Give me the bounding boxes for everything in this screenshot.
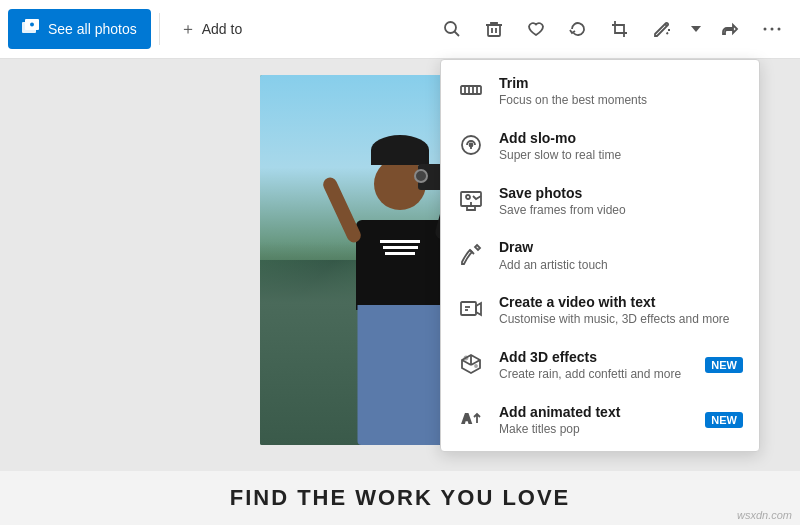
menu-item-draw[interactable]: Draw Add an artistic touch: [441, 228, 759, 283]
svg-text:A: A: [462, 411, 472, 426]
save-photos-text: Save photos Save frames from video: [499, 184, 743, 219]
svg-point-30: [475, 365, 477, 367]
dropdown-menu: Trim Focus on the best moments Add slo-m…: [440, 59, 760, 452]
svg-point-10: [764, 28, 767, 31]
shirt: [356, 220, 444, 310]
menu-item-trim[interactable]: Trim Focus on the best moments: [441, 64, 759, 119]
bottom-text-area: FIND THE WORK YOU LOVE: [0, 471, 800, 525]
edit-dropdown-button[interactable]: [684, 9, 708, 49]
video-text-icon: [457, 295, 485, 323]
person-hair: [371, 135, 429, 165]
see-all-photos-label: See all photos: [48, 21, 137, 37]
svg-point-29: [465, 356, 468, 359]
menu-item-save-photos[interactable]: Save photos Save frames from video: [441, 174, 759, 229]
plus-icon: ＋: [180, 19, 196, 40]
trim-text: Trim Focus on the best moments: [499, 74, 743, 109]
favorite-button[interactable]: [516, 9, 556, 49]
svg-point-12: [778, 28, 781, 31]
svg-line-4: [455, 32, 460, 37]
trim-subtitle: Focus on the best moments: [499, 93, 743, 109]
add-to-button[interactable]: ＋ Add to: [168, 9, 254, 49]
shirt-stripes: [375, 240, 425, 265]
edit-button-main[interactable]: [642, 9, 684, 49]
search-button[interactable]: [432, 9, 472, 49]
trim-title: Trim: [499, 74, 743, 92]
svg-point-3: [445, 22, 456, 33]
draw-icon: [457, 240, 485, 268]
add-to-label: Add to: [202, 21, 242, 37]
camera-lens: [414, 169, 428, 183]
animated-text-title: Add animated text: [499, 403, 691, 421]
svg-point-11: [771, 28, 774, 31]
trim-icon: [457, 76, 485, 104]
3d-effects-new-badge: NEW: [705, 357, 743, 373]
draw-title: Draw: [499, 238, 743, 256]
watermark: wsxdn.com: [737, 509, 792, 521]
video-text-content: Create a video with text Customise with …: [499, 293, 743, 328]
toolbar: See all photos ＋ Add to: [0, 0, 800, 59]
slo-mo-icon: [457, 131, 485, 159]
svg-rect-23: [461, 302, 476, 315]
svg-line-9: [667, 33, 669, 35]
jeans: [358, 305, 443, 445]
save-photos-icon: [457, 186, 485, 214]
slo-mo-title: Add slo-mo: [499, 129, 743, 147]
animated-text-new-badge: NEW: [705, 412, 743, 428]
save-photos-title: Save photos: [499, 184, 743, 202]
svg-line-27: [462, 360, 471, 365]
video-text-subtitle: Customise with music, 3D effects and mor…: [499, 312, 743, 328]
svg-point-19: [470, 143, 473, 146]
3d-effects-text: Add 3D effects Create rain, add confetti…: [499, 348, 691, 383]
3d-effects-icon: [457, 350, 485, 378]
animated-text-icon: A: [457, 405, 485, 433]
see-all-photos-button[interactable]: See all photos: [8, 9, 151, 49]
crop-button[interactable]: [600, 9, 640, 49]
edit-button-group: [642, 9, 708, 49]
photos-icon: [22, 19, 40, 39]
bottom-headline: FIND THE WORK YOU LOVE: [14, 485, 786, 511]
slo-mo-text: Add slo-mo Super slow to real time: [499, 129, 743, 164]
rotate-button[interactable]: [558, 9, 598, 49]
toolbar-right: [432, 9, 792, 49]
animated-text-subtitle: Make titles pop: [499, 422, 691, 438]
video-text-title: Create a video with text: [499, 293, 743, 311]
menu-item-animated-text[interactable]: A Add animated text Make titles pop NEW: [441, 393, 759, 448]
toolbar-divider: [159, 13, 160, 45]
save-photos-subtitle: Save frames from video: [499, 203, 743, 219]
svg-point-2: [30, 23, 34, 27]
more-button[interactable]: [752, 9, 792, 49]
slo-mo-subtitle: Super slow to real time: [499, 148, 743, 164]
menu-item-slo-mo[interactable]: Add slo-mo Super slow to real time: [441, 119, 759, 174]
draw-text: Draw Add an artistic touch: [499, 238, 743, 273]
3d-effects-title: Add 3D effects: [499, 348, 691, 366]
share-button[interactable]: [710, 9, 750, 49]
delete-button[interactable]: [474, 9, 514, 49]
draw-subtitle: Add an artistic touch: [499, 258, 743, 274]
animated-text-content: Add animated text Make titles pop: [499, 403, 691, 438]
menu-item-3d-effects[interactable]: Add 3D effects Create rain, add confetti…: [441, 338, 759, 393]
menu-item-video-text[interactable]: Create a video with text Customise with …: [441, 283, 759, 338]
3d-effects-subtitle: Create rain, add confetti and more: [499, 367, 691, 383]
svg-point-22: [466, 195, 470, 199]
svg-rect-5: [488, 25, 500, 36]
svg-rect-13: [461, 86, 481, 94]
